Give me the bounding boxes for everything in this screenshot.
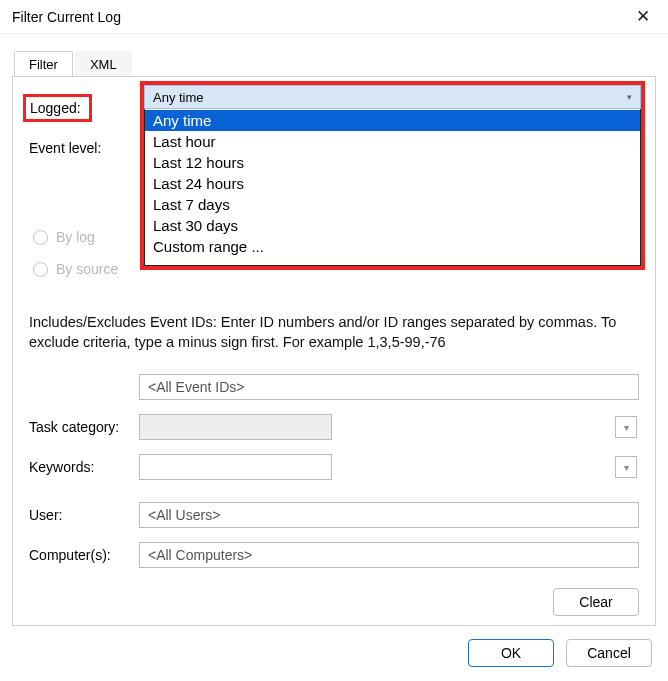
dropdown-item[interactable]: Any time [145, 110, 640, 131]
by-source-label: By source [56, 261, 118, 277]
task-category-dropdown-icon: ▾ [615, 416, 637, 438]
dropdown-item[interactable]: Last 24 hours [145, 173, 640, 194]
dropdown-list: Any time Last hour Last 12 hours Last 24… [144, 109, 641, 266]
titlebar: Filter Current Log ✕ [0, 0, 668, 34]
window-title: Filter Current Log [12, 9, 121, 25]
radio-icon [33, 262, 48, 277]
logged-highlight: Logged: [23, 94, 92, 122]
event-level-label: Event level: [29, 140, 139, 156]
tab-filter[interactable]: Filter [14, 51, 73, 77]
logged-dropdown[interactable]: Any time ▾ Any time Last hour Last 12 ho… [140, 81, 645, 270]
dropdown-header[interactable]: Any time ▾ [144, 85, 641, 109]
dropdown-item[interactable]: Last 7 days [145, 194, 640, 215]
user-input[interactable] [139, 502, 639, 528]
close-icon[interactable]: ✕ [628, 6, 658, 27]
logged-label: Logged: [29, 100, 139, 116]
dropdown-selected: Any time [153, 90, 204, 105]
dropdown-item[interactable]: Last hour [145, 131, 640, 152]
keywords-dropdown-icon[interactable]: ▾ [615, 456, 637, 478]
keywords-label: Keywords: [29, 459, 139, 475]
task-category-input [139, 414, 332, 440]
by-log-label: By log [56, 229, 95, 245]
ok-button[interactable]: OK [468, 639, 554, 667]
clear-button[interactable]: Clear [553, 588, 639, 616]
task-category-label: Task category: [29, 419, 139, 435]
tab-bar: Filter XML [14, 48, 668, 76]
dropdown-item[interactable]: Custom range ... [145, 236, 640, 257]
dropdown-item[interactable]: Last 12 hours [145, 152, 640, 173]
chevron-down-icon: ▾ [627, 92, 632, 102]
event-ids-input[interactable] [139, 374, 639, 400]
radio-icon [33, 230, 48, 245]
computers-input[interactable] [139, 542, 639, 568]
dropdown-item[interactable]: Last 30 days [145, 215, 640, 236]
computers-label: Computer(s): [29, 547, 139, 563]
keywords-input[interactable] [139, 454, 332, 480]
tab-xml[interactable]: XML [75, 51, 132, 77]
user-label: User: [29, 507, 139, 523]
cancel-button[interactable]: Cancel [566, 639, 652, 667]
footer-buttons: OK Cancel [468, 639, 652, 667]
filter-panel: Logged: Event level: Any time ▾ Any time… [12, 76, 656, 626]
help-text: Includes/Excludes Event IDs: Enter ID nu… [29, 313, 639, 352]
